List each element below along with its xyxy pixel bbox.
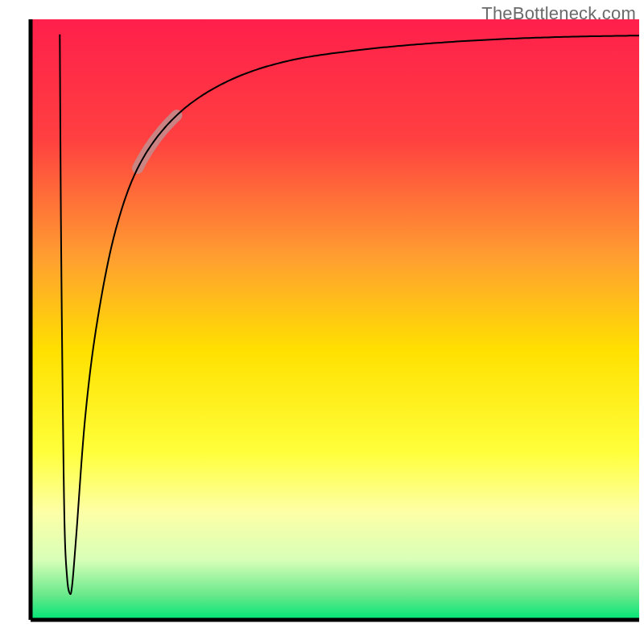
watermark-text: TheBottleneck.com: [481, 3, 636, 24]
plot-background: [31, 19, 639, 620]
plot-area: [31, 19, 639, 620]
chart-container: TheBottleneck.com: [0, 0, 644, 644]
bottleneck-chart: [0, 0, 644, 644]
